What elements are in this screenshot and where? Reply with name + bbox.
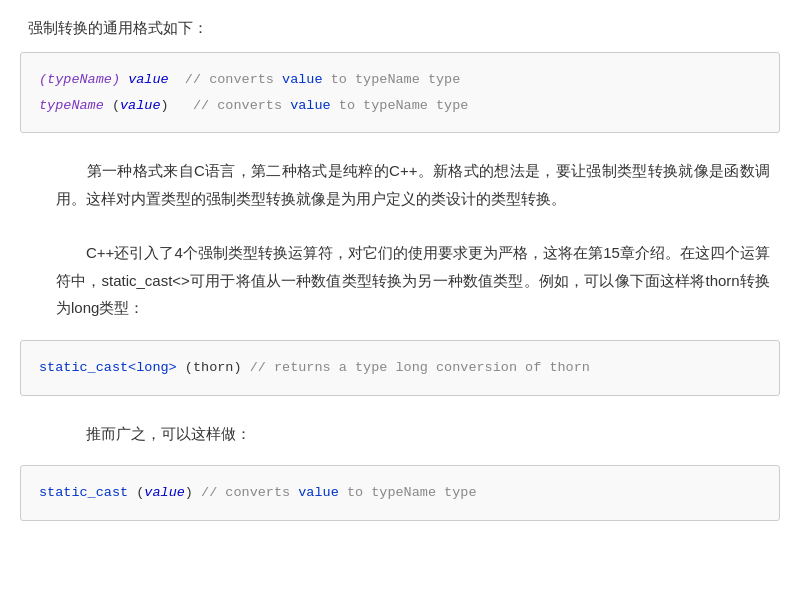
comment-2: // converts [169,98,291,113]
code-line-4: static_cast (value) // converts value to… [39,480,761,506]
value-ref-1: value [282,72,323,87]
code-block-3: static_cast (value) // converts value to… [20,465,780,521]
comment-3: // returns a type long conversion of tho… [250,360,590,375]
paren-cast: ) [185,485,201,500]
typename-2: typeName [39,98,104,113]
code-line-1: (typeName) value // converts value to ty… [39,67,761,93]
static-cast-2: static_cast [39,485,128,500]
paren-2: ( [104,98,120,113]
value-ref-cast: value [298,485,339,500]
paragraph-3: 推而广之，可以这样做： [20,412,780,456]
value-2: value [120,98,161,113]
paragraph-1: 第一种格式来自C语言，第二种格式是纯粹的C++。新格式的想法是，要让强制类型转换… [20,149,780,221]
value-cast: value [144,485,185,500]
comment-4b: to typeName type [339,485,477,500]
space-cast: ( [128,485,144,500]
comment-2b: to typeName type [331,98,469,113]
comment-1b: to typeName type [323,72,461,87]
value-1: value [128,72,169,87]
code-block-2: static_cast<long> (thorn) // returns a t… [20,340,780,396]
comment-1: // converts [169,72,282,87]
code-line-3: static_cast<long> (thorn) // returns a t… [39,355,761,381]
thorn-wrap: (thorn) [177,360,250,375]
value-ref-2: value [290,98,331,113]
static-cast-1: static_cast<long> [39,360,177,375]
space-1 [120,72,128,87]
code-block-1: (typeName) value // converts value to ty… [20,52,780,133]
typename-1: (typeName) [39,72,120,87]
intro-line: 强制转换的通用格式如下： [20,16,780,40]
paragraph-2: C++还引入了4个强制类型转换运算符，对它们的使用要求更为严格，这将在第15章介… [20,231,780,330]
code-line-2: typeName (value) // converts value to ty… [39,93,761,119]
paren-close-2: ) [161,98,169,113]
comment-4: // converts [201,485,298,500]
